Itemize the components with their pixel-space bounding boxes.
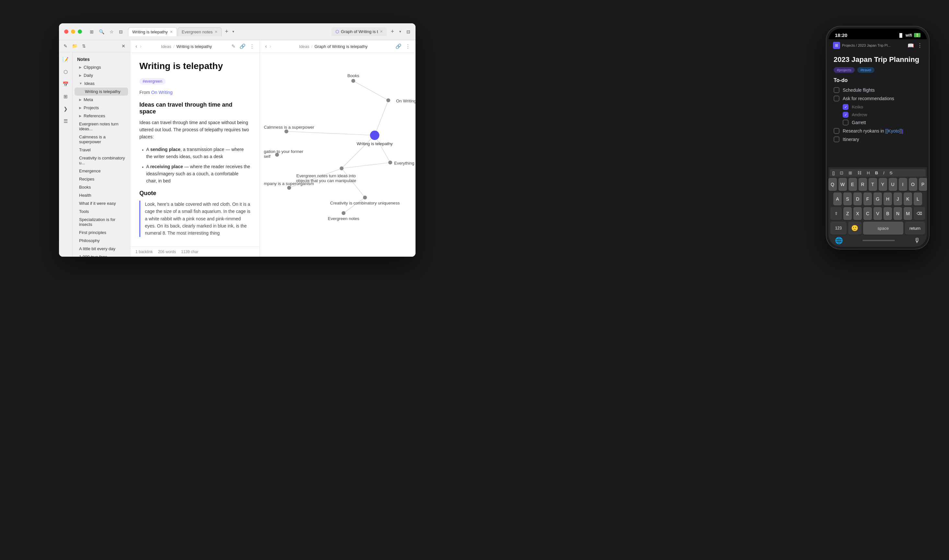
notes-icon[interactable]: 📝 (63, 57, 69, 63)
sidebar-item-health[interactable]: Health (72, 191, 130, 199)
graph-link-icon[interactable]: 🔗 (395, 43, 401, 49)
sidebar-item-ideas[interactable]: ▼ Ideas (72, 79, 130, 88)
chevron-down-icon: ▼ (79, 82, 82, 85)
sidebar-item-little-bit[interactable]: A little bit every day (72, 245, 130, 253)
graph-forward-button[interactable]: › (269, 43, 271, 49)
svg-line-4 (341, 135, 375, 169)
sidebar-item-clippings[interactable]: ▶ Clippings (72, 63, 130, 71)
tag-pill[interactable]: #evergreen (139, 78, 166, 85)
maximize-button[interactable] (78, 29, 82, 34)
sidebar-item-calmness[interactable]: Calmness is a superpower (72, 133, 130, 146)
from-text: From On Writing (139, 90, 251, 95)
tab-graph[interactable]: ⬡ Graph of Writing is t ✕ (332, 27, 387, 36)
bookmark-icon[interactable]: ☰ (63, 118, 68, 124)
tab-chevron-icon[interactable]: ▾ (231, 28, 235, 35)
sidebar-close-icon[interactable]: ✕ (122, 43, 125, 49)
sidebar-item-first-principles[interactable]: First principles (72, 228, 130, 237)
sidebar-item-philosophy[interactable]: Philosophy (72, 237, 130, 245)
sidebar-item-emergence[interactable]: Emergence (72, 167, 130, 175)
terminal-icon[interactable]: ❯ (63, 106, 68, 112)
sidebar-item-recipes[interactable]: Recipes (72, 175, 130, 183)
sidebar: ✎ 📁 ⇅ ✕ 📝 ⬡ 📅 ⊞ ❯ ☰ (59, 40, 130, 257)
back-button[interactable]: ‹ (135, 43, 137, 49)
graph-content[interactable]: Books On Writing Calmness is a superpowe… (260, 53, 415, 257)
bullet-list: • A sending place, a transmission place … (142, 146, 251, 185)
edit-icon[interactable]: ✎ (231, 43, 235, 49)
backlinks-count[interactable]: 1 backlink (135, 249, 153, 254)
forward-button[interactable]: › (140, 43, 142, 49)
bullet-item-1: • A sending place, a transmission place … (142, 146, 251, 160)
sidebar-item-label: 1,000 true fans (79, 254, 107, 257)
svg-text:mpany is a superorganism: mpany is a superorganism (264, 181, 314, 186)
svg-line-2 (286, 132, 375, 135)
sidebar-item-projects[interactable]: ▶ Projects (72, 104, 130, 112)
tab-writing-close[interactable]: ✕ (170, 30, 173, 34)
editor-content[interactable]: Writing is telepathy #evergreen From On … (130, 53, 260, 247)
editor-actions: ✎ 🔗 ⋮ (231, 43, 254, 49)
sidebar-item-writing[interactable]: Writing is telepathy (75, 88, 128, 95)
from-link[interactable]: On Writing (151, 90, 173, 95)
window-layout-icon[interactable]: ⊟ (406, 29, 410, 34)
tab-add-button[interactable]: + (222, 27, 231, 36)
tab-evergreen[interactable]: Evergreen notes ✕ (178, 27, 222, 36)
sidebar-item-label: Calmness is a superpower (79, 134, 125, 144)
sidebar-section: Notes ▶ Clippings ▶ Daily ▼ Ideas (72, 52, 130, 257)
sidebar-item-travel[interactable]: Travel (72, 146, 130, 154)
graph-tab-close[interactable]: ✕ (380, 29, 383, 34)
graph-nav-icon[interactable]: ⬡ (63, 69, 68, 75)
bullet-item-2: • A receiving place — where the reader r… (142, 163, 251, 185)
graph-tab-add[interactable]: + (388, 27, 397, 36)
sidebar-item-meta[interactable]: ▶ Meta (72, 95, 130, 104)
chevron-right-icon: ▶ (79, 65, 82, 69)
graph-breadcrumb-sep: / (311, 44, 313, 49)
sidebar-item-daily[interactable]: ▶ Daily (72, 71, 130, 79)
sidebar-item-evergreen[interactable]: Evergreen notes turn ideas... (72, 120, 130, 133)
blocks-icon[interactable]: ⊞ (63, 94, 68, 100)
close-button[interactable] (64, 29, 68, 34)
status-bar: 1 backlink 206 words 1139 char (130, 247, 260, 257)
graph-back-button[interactable]: ‹ (265, 43, 267, 49)
graph-tab-chevron[interactable]: ▾ (398, 28, 403, 35)
sidebar-item-label: Travel (79, 148, 91, 152)
tab-writing-label: Writing is telepathy (132, 29, 168, 34)
svg-point-22 (340, 166, 343, 171)
sidebar-toggle-icon[interactable]: ⊞ (90, 29, 94, 34)
sidebar-item-label: Specialization is for insects (79, 217, 125, 227)
graph-more-icon[interactable]: ⋮ (406, 43, 410, 49)
new-folder-icon[interactable]: 📁 (72, 43, 77, 49)
sidebar-item-specialization[interactable]: Specialization is for insects (72, 215, 130, 228)
star-icon[interactable]: ☆ (109, 29, 114, 34)
sort-icon[interactable]: ⇅ (82, 43, 86, 49)
svg-text:Evergreen notes: Evergreen notes (328, 216, 360, 221)
calendar-icon[interactable]: 📅 (63, 82, 69, 87)
sidebar-item-creativity[interactable]: Creativity is combinatory u... (72, 154, 130, 167)
note-title: Writing is telepathy (139, 61, 251, 72)
sidebar-item-1000fans[interactable]: 1,000 true fans (72, 253, 130, 257)
minimize-button[interactable] (71, 29, 75, 34)
sidebar-item-references[interactable]: ▶ References (72, 112, 130, 120)
sidebar-item-books[interactable]: Books (72, 183, 130, 191)
sidebar-item-whatifeasy[interactable]: What if it were easy (72, 199, 130, 208)
sidebar-item-label: Books (79, 185, 91, 189)
layout-icon[interactable]: ⊟ (119, 29, 123, 34)
sidebar-item-label: Creativity is combinatory u... (79, 155, 125, 165)
tab-evergreen-close[interactable]: ✕ (215, 30, 217, 34)
search-icon[interactable]: 🔍 (99, 29, 105, 34)
link-icon[interactable]: 🔗 (240, 43, 246, 49)
more-icon[interactable]: ⋮ (249, 43, 254, 49)
tabs-container: Writing is telepathy ✕ Evergreen notes ✕… (128, 27, 329, 36)
tab-writing[interactable]: Writing is telepathy ✕ (128, 27, 177, 36)
graph-toolbar: ‹ › Ideas / Graph of Writing is telepath… (260, 40, 415, 53)
chevron-right-icon: ▶ (79, 98, 82, 102)
chevron-right-icon: ▶ (79, 74, 82, 77)
sidebar-item-label: Writing is telepathy (85, 89, 121, 94)
tabs-right: ⬡ Graph of Writing is t ✕ + ▾ ⊟ (332, 27, 410, 36)
svg-point-13 (285, 130, 288, 134)
graph-breadcrumb-current: Graph of Writing is telepathy (314, 44, 368, 49)
svg-point-29 (341, 211, 346, 215)
sidebar-item-tools[interactable]: Tools (72, 208, 130, 215)
new-note-icon[interactable]: ✎ (63, 43, 68, 49)
editor-toolbar: ‹ › Ideas / Writing is telepathy ✎ 🔗 ⋮ (130, 40, 260, 53)
svg-text:self: self (264, 154, 271, 159)
sidebar-header: Notes (72, 54, 130, 63)
